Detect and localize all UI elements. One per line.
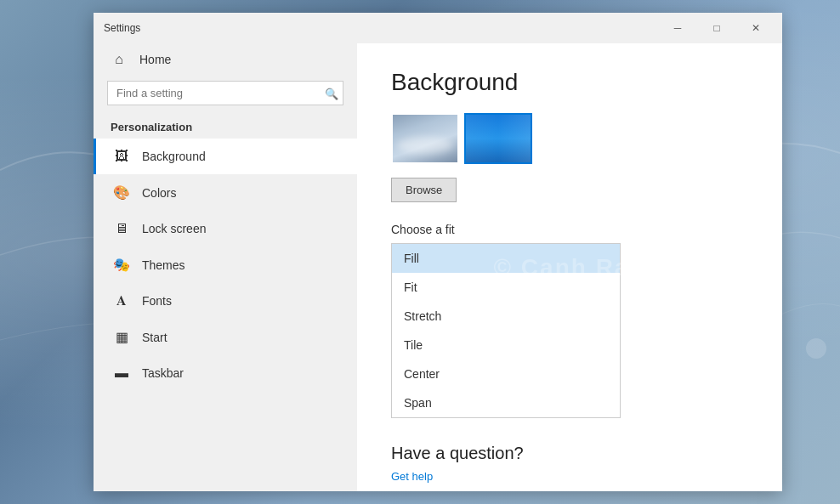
search-button[interactable]: 🔍 xyxy=(325,87,338,99)
title-bar: Settings ─ □ ✕ xyxy=(94,13,782,43)
question-title: Have a question? xyxy=(391,444,748,463)
sidebar-item-taskbar[interactable]: ▬ Taskbar xyxy=(94,355,357,391)
page-title: Background xyxy=(391,69,748,96)
sidebar-item-background[interactable]: 🖼 Background xyxy=(94,139,357,174)
maximize-button[interactable]: □ xyxy=(697,13,736,43)
nav-label-taskbar: Taskbar xyxy=(142,366,184,380)
home-label: Home xyxy=(139,53,171,66)
section-label: Personalization xyxy=(94,114,357,139)
nav-label-lock-screen: Lock screen xyxy=(142,222,206,235)
sidebar-item-fonts[interactable]: 𝐀 Fonts xyxy=(94,283,357,319)
sidebar-item-themes[interactable]: 🎭 Themes xyxy=(94,246,357,283)
dropdown-option-span[interactable]: Span xyxy=(392,388,620,417)
search-box: 🔍 xyxy=(107,81,343,105)
sidebar-item-home[interactable]: ⌂ Home xyxy=(94,43,357,76)
dropdown-option-center[interactable]: Center xyxy=(392,360,620,388)
fit-dropdown[interactable]: Fill Fit Stretch Tile Center Span xyxy=(391,243,621,418)
window-controls: ─ □ ✕ xyxy=(658,13,775,43)
taskbar-icon: ▬ xyxy=(113,365,130,381)
window-title: Settings xyxy=(100,22,140,34)
lock-screen-icon: 🖥 xyxy=(113,221,130,236)
settings-window: Settings ─ □ ✕ ⌂ Home 🔍 Personalization xyxy=(94,13,782,491)
preview-thumb-clouds[interactable] xyxy=(391,113,459,164)
get-help-link[interactable]: Get help xyxy=(391,470,433,483)
close-button[interactable]: ✕ xyxy=(736,13,775,43)
nav-label-colors: Colors xyxy=(142,186,176,200)
sidebar: ⌂ Home 🔍 Personalization 🖼 Background 🎨 … xyxy=(94,43,357,491)
dropdown-option-fill[interactable]: Fill xyxy=(392,244,620,273)
dropdown-option-fit[interactable]: Fit xyxy=(392,273,620,302)
choose-fit-label: Choose a fit xyxy=(391,223,748,236)
browse-button[interactable]: Browse xyxy=(391,178,457,202)
sidebar-item-start[interactable]: ▦ Start xyxy=(94,319,357,355)
search-input[interactable] xyxy=(107,81,343,105)
nav-label-fonts: Fonts xyxy=(142,294,172,308)
nav-label-background: Background xyxy=(142,150,206,163)
background-icon: 🖼 xyxy=(113,149,130,164)
thumb-clouds-visual xyxy=(393,115,457,162)
svg-point-0 xyxy=(806,338,826,359)
question-section: Have a question? Get help xyxy=(391,444,748,484)
colors-icon: 🎨 xyxy=(113,184,130,201)
window-content: ⌂ Home 🔍 Personalization 🖼 Background 🎨 … xyxy=(94,43,782,491)
thumb-windows-visual xyxy=(466,115,531,162)
home-icon: ⌂ xyxy=(111,52,128,67)
nav-label-themes: Themes xyxy=(142,258,185,272)
dropdown-option-stretch[interactable]: Stretch xyxy=(392,302,620,331)
nav-label-start: Start xyxy=(142,331,167,344)
minimize-button[interactable]: ─ xyxy=(658,13,697,43)
sidebar-item-lock-screen[interactable]: 🖥 Lock screen xyxy=(94,211,357,246)
start-icon: ▦ xyxy=(113,329,130,345)
fonts-icon: 𝐀 xyxy=(113,293,130,309)
themes-icon: 🎭 xyxy=(113,257,130,273)
sidebar-item-colors[interactable]: 🎨 Colors xyxy=(94,174,357,211)
preview-thumb-windows[interactable] xyxy=(464,113,532,164)
preview-images xyxy=(391,113,748,164)
main-panel: © Canh Rau Background Browse Choose a fi… xyxy=(357,43,782,491)
dropdown-option-tile[interactable]: Tile xyxy=(392,331,620,360)
